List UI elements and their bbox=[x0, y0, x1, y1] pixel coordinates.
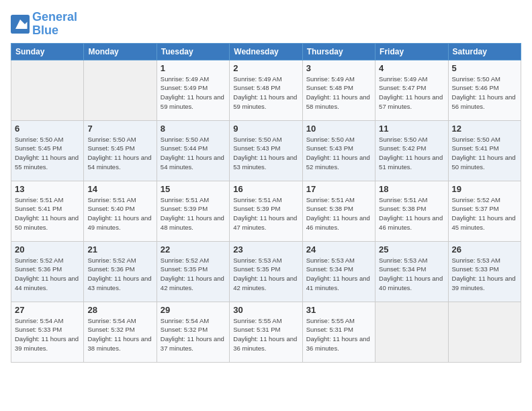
day-number: 25 bbox=[379, 244, 444, 255]
day-cell-16: 16Sunrise: 5:51 AM Sunset: 5:39 PM Dayli… bbox=[230, 181, 302, 241]
day-info: Sunrise: 5:50 AM Sunset: 5:43 PM Dayligh… bbox=[233, 135, 298, 172]
day-cell-6: 6Sunrise: 5:50 AM Sunset: 5:45 PM Daylig… bbox=[11, 120, 84, 181]
day-cell-13: 13Sunrise: 5:51 AM Sunset: 5:41 PM Dayli… bbox=[11, 181, 84, 241]
day-info: Sunrise: 5:53 AM Sunset: 5:33 PM Dayligh… bbox=[452, 256, 517, 293]
header-sunday: Sunday bbox=[11, 43, 84, 60]
day-number: 22 bbox=[161, 244, 226, 255]
day-info: Sunrise: 5:49 AM Sunset: 5:48 PM Dayligh… bbox=[233, 75, 298, 111]
day-info: Sunrise: 5:51 AM Sunset: 5:41 PM Dayligh… bbox=[15, 195, 80, 232]
day-cell-31: 31Sunrise: 5:55 AM Sunset: 5:31 PM Dayli… bbox=[302, 302, 375, 362]
day-number: 7 bbox=[87, 124, 152, 134]
calendar-table: SundayMondayTuesdayWednesdayThursdayFrid… bbox=[11, 43, 521, 363]
day-number: 16 bbox=[233, 184, 298, 194]
day-number: 31 bbox=[306, 305, 371, 315]
day-cell-21: 21Sunrise: 5:52 AM Sunset: 5:36 PM Dayli… bbox=[84, 241, 157, 302]
day-cell-7: 7Sunrise: 5:50 AM Sunset: 5:45 PM Daylig… bbox=[84, 120, 157, 181]
day-number: 5 bbox=[452, 63, 517, 73]
day-cell-2: 2Sunrise: 5:49 AM Sunset: 5:48 PM Daylig… bbox=[230, 60, 302, 120]
day-number: 20 bbox=[15, 244, 80, 255]
empty-cell bbox=[375, 302, 448, 362]
day-number: 17 bbox=[306, 184, 371, 194]
day-info: Sunrise: 5:49 AM Sunset: 5:48 PM Dayligh… bbox=[306, 75, 371, 111]
day-info: Sunrise: 5:52 AM Sunset: 5:36 PM Dayligh… bbox=[15, 256, 80, 293]
header-row: SundayMondayTuesdayWednesdayThursdayFrid… bbox=[11, 43, 521, 60]
day-number: 9 bbox=[233, 124, 298, 134]
day-number: 15 bbox=[161, 184, 226, 194]
day-cell-1: 1Sunrise: 5:49 AM Sunset: 5:49 PM Daylig… bbox=[157, 60, 229, 120]
header-wednesday: Wednesday bbox=[230, 43, 302, 60]
day-cell-3: 3Sunrise: 5:49 AM Sunset: 5:48 PM Daylig… bbox=[302, 60, 375, 120]
header-saturday: Saturday bbox=[448, 43, 521, 60]
day-info: Sunrise: 5:49 AM Sunset: 5:47 PM Dayligh… bbox=[379, 75, 444, 111]
week-row-3: 13Sunrise: 5:51 AM Sunset: 5:41 PM Dayli… bbox=[11, 181, 521, 241]
day-cell-18: 18Sunrise: 5:51 AM Sunset: 5:38 PM Dayli… bbox=[375, 181, 448, 241]
day-info: Sunrise: 5:51 AM Sunset: 5:39 PM Dayligh… bbox=[233, 195, 298, 232]
day-number: 26 bbox=[452, 244, 517, 255]
day-cell-17: 17Sunrise: 5:51 AM Sunset: 5:38 PM Dayli… bbox=[302, 181, 375, 241]
day-info: Sunrise: 5:51 AM Sunset: 5:39 PM Dayligh… bbox=[161, 195, 226, 232]
day-cell-10: 10Sunrise: 5:50 AM Sunset: 5:43 PM Dayli… bbox=[302, 120, 375, 181]
day-cell-15: 15Sunrise: 5:51 AM Sunset: 5:39 PM Dayli… bbox=[157, 181, 229, 241]
day-number: 19 bbox=[452, 184, 517, 194]
day-cell-8: 8Sunrise: 5:50 AM Sunset: 5:44 PM Daylig… bbox=[157, 120, 229, 181]
day-info: Sunrise: 5:54 AM Sunset: 5:33 PM Dayligh… bbox=[15, 316, 80, 353]
day-number: 4 bbox=[379, 63, 444, 73]
header-thursday: Thursday bbox=[302, 43, 375, 60]
day-info: Sunrise: 5:52 AM Sunset: 5:36 PM Dayligh… bbox=[87, 256, 152, 293]
day-cell-22: 22Sunrise: 5:52 AM Sunset: 5:35 PM Dayli… bbox=[157, 241, 229, 302]
week-row-4: 20Sunrise: 5:52 AM Sunset: 5:36 PM Dayli… bbox=[11, 241, 521, 302]
day-cell-4: 4Sunrise: 5:49 AM Sunset: 5:47 PM Daylig… bbox=[375, 60, 448, 120]
day-number: 14 bbox=[87, 184, 152, 194]
day-info: Sunrise: 5:49 AM Sunset: 5:49 PM Dayligh… bbox=[161, 75, 226, 111]
day-info: Sunrise: 5:54 AM Sunset: 5:32 PM Dayligh… bbox=[87, 316, 152, 353]
day-cell-26: 26Sunrise: 5:53 AM Sunset: 5:33 PM Dayli… bbox=[448, 241, 521, 302]
day-number: 10 bbox=[306, 124, 371, 134]
day-info: Sunrise: 5:50 AM Sunset: 5:42 PM Dayligh… bbox=[379, 135, 444, 172]
day-info: Sunrise: 5:50 AM Sunset: 5:45 PM Dayligh… bbox=[87, 135, 152, 172]
day-info: Sunrise: 5:50 AM Sunset: 5:46 PM Dayligh… bbox=[452, 75, 517, 111]
day-number: 23 bbox=[233, 244, 298, 255]
empty-cell bbox=[84, 60, 157, 120]
page-header: General Blue bbox=[11, 11, 521, 38]
day-info: Sunrise: 5:52 AM Sunset: 5:35 PM Dayligh… bbox=[161, 256, 226, 293]
header-friday: Friday bbox=[375, 43, 448, 60]
day-info: Sunrise: 5:50 AM Sunset: 5:44 PM Dayligh… bbox=[161, 135, 226, 172]
day-number: 27 bbox=[15, 305, 80, 315]
day-number: 1 bbox=[161, 63, 226, 73]
header-tuesday: Tuesday bbox=[157, 43, 229, 60]
day-number: 3 bbox=[306, 63, 371, 73]
day-cell-24: 24Sunrise: 5:53 AM Sunset: 5:34 PM Dayli… bbox=[302, 241, 375, 302]
day-cell-19: 19Sunrise: 5:52 AM Sunset: 5:37 PM Dayli… bbox=[448, 181, 521, 241]
day-info: Sunrise: 5:52 AM Sunset: 5:37 PM Dayligh… bbox=[452, 195, 517, 232]
day-number: 24 bbox=[306, 244, 371, 255]
day-cell-14: 14Sunrise: 5:51 AM Sunset: 5:40 PM Dayli… bbox=[84, 181, 157, 241]
empty-cell bbox=[448, 302, 521, 362]
logo-icon bbox=[11, 15, 30, 34]
day-cell-25: 25Sunrise: 5:53 AM Sunset: 5:34 PM Dayli… bbox=[375, 241, 448, 302]
day-info: Sunrise: 5:55 AM Sunset: 5:31 PM Dayligh… bbox=[306, 316, 371, 353]
week-row-1: 1Sunrise: 5:49 AM Sunset: 5:49 PM Daylig… bbox=[11, 60, 521, 120]
day-number: 2 bbox=[233, 63, 298, 73]
empty-cell bbox=[11, 60, 84, 120]
logo: General Blue bbox=[11, 11, 77, 38]
day-cell-30: 30Sunrise: 5:55 AM Sunset: 5:31 PM Dayli… bbox=[230, 302, 302, 362]
day-info: Sunrise: 5:53 AM Sunset: 5:34 PM Dayligh… bbox=[306, 256, 371, 293]
day-info: Sunrise: 5:50 AM Sunset: 5:43 PM Dayligh… bbox=[306, 135, 371, 172]
day-cell-12: 12Sunrise: 5:50 AM Sunset: 5:41 PM Dayli… bbox=[448, 120, 521, 181]
day-cell-27: 27Sunrise: 5:54 AM Sunset: 5:33 PM Dayli… bbox=[11, 302, 84, 362]
day-number: 12 bbox=[452, 124, 517, 134]
week-row-5: 27Sunrise: 5:54 AM Sunset: 5:33 PM Dayli… bbox=[11, 302, 521, 362]
day-cell-20: 20Sunrise: 5:52 AM Sunset: 5:36 PM Dayli… bbox=[11, 241, 84, 302]
day-info: Sunrise: 5:53 AM Sunset: 5:35 PM Dayligh… bbox=[233, 256, 298, 293]
day-cell-11: 11Sunrise: 5:50 AM Sunset: 5:42 PM Dayli… bbox=[375, 120, 448, 181]
day-number: 13 bbox=[15, 184, 80, 194]
day-info: Sunrise: 5:54 AM Sunset: 5:32 PM Dayligh… bbox=[161, 316, 226, 353]
day-cell-23: 23Sunrise: 5:53 AM Sunset: 5:35 PM Dayli… bbox=[230, 241, 302, 302]
day-number: 18 bbox=[379, 184, 444, 194]
day-info: Sunrise: 5:50 AM Sunset: 5:41 PM Dayligh… bbox=[452, 135, 517, 172]
day-number: 21 bbox=[87, 244, 152, 255]
day-cell-5: 5Sunrise: 5:50 AM Sunset: 5:46 PM Daylig… bbox=[448, 60, 521, 120]
day-number: 11 bbox=[379, 124, 444, 134]
day-number: 28 bbox=[87, 305, 152, 315]
header-monday: Monday bbox=[84, 43, 157, 60]
